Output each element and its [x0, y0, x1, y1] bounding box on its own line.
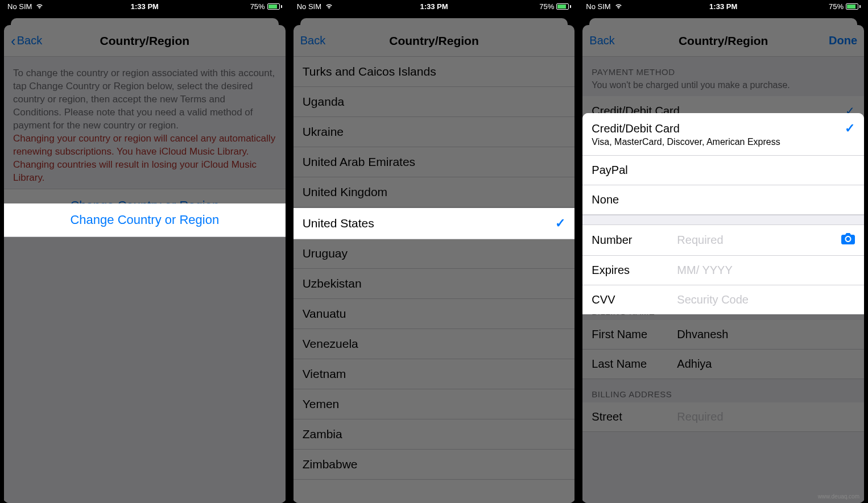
field-value: Dhvanesh	[677, 328, 728, 341]
country-name: Venezuela	[303, 337, 358, 351]
payment-option-paypal-highlight[interactable]: PayPal	[582, 156, 864, 185]
country-row[interactable]: Uganda	[294, 87, 575, 117]
phone-screen-3: No SIM 1:33 PM 75% Back Country/Region D…	[581, 0, 865, 503]
explain-body: To change the country or region associat…	[13, 68, 275, 131]
country-name: Zimbabwe	[303, 458, 358, 471]
country-name: Turks and Caicos Islands	[303, 65, 436, 78]
option-label: PayPal	[592, 164, 627, 177]
field-placeholder: Required	[677, 410, 723, 423]
field-placeholder: MM/ YYYY	[677, 264, 732, 277]
card-number-field-highlight[interactable]: Number Required	[582, 225, 864, 256]
status-time: 1:33 PM	[581, 2, 865, 11]
field-label: Expires	[592, 264, 677, 277]
phone-screen-2: No SIM 1:33 PM 75% Back Country/Region T…	[292, 0, 576, 503]
card-stack-stub	[11, 18, 279, 25]
field-label: Last Name	[592, 357, 677, 371]
watermark: www.deuaq.com	[818, 493, 859, 500]
field-placeholder: Required	[677, 234, 723, 247]
country-name: Vanuatu	[303, 307, 346, 321]
country-name: United Arab Emirates	[303, 155, 415, 169]
field-value: Adhiya	[677, 357, 712, 371]
option-subtitle: Visa, MasterCard, Discover, American Exp…	[592, 137, 855, 147]
card-stack-stub	[300, 18, 568, 25]
status-time: 1:33 PM	[3, 2, 287, 11]
phone-screen-1: No SIM 1:33 PM 75% ‹ Back Country/Region…	[3, 0, 287, 503]
country-name: Uganda	[303, 95, 345, 109]
status-time: 1:33 PM	[292, 2, 576, 11]
street-field[interactable]: Street Required	[582, 402, 864, 432]
country-name: United Kingdom	[303, 185, 387, 199]
nav-bar: Back Country/Region	[294, 25, 575, 57]
card-cvv-field-highlight[interactable]: CVV Security Code	[582, 285, 864, 314]
nav-bar: ‹ Back Country/Region	[4, 25, 286, 57]
country-row[interactable]: United Arab Emirates	[294, 147, 575, 177]
country-row[interactable]: Uruguay	[294, 239, 575, 269]
last-name-field[interactable]: Last Name Adhiya	[582, 350, 864, 379]
country-row[interactable]: Yemen	[294, 389, 575, 419]
status-bar: No SIM 1:33 PM 75%	[581, 0, 865, 13]
country-list[interactable]: Turks and Caicos IslandsUgandaUkraineUni…	[294, 57, 575, 503]
page-title: Country/Region	[294, 34, 575, 48]
country-name: Uruguay	[303, 247, 348, 260]
country-row[interactable]: Ukraine	[294, 117, 575, 147]
card-expires-field-highlight[interactable]: Expires MM/ YYYY	[582, 256, 864, 285]
checkmark-icon: ✓	[555, 216, 565, 231]
country-row[interactable]: Uzbekistan	[294, 269, 575, 299]
group-separator	[582, 215, 864, 225]
country-row-selected[interactable]: United States ✓	[294, 208, 575, 239]
option-label: None	[592, 193, 619, 206]
first-name-field[interactable]: First Name Dhvanesh	[582, 320, 864, 350]
explain-warning: Changing your country or region will can…	[13, 133, 275, 183]
content-area: To change the country or region associat…	[4, 57, 286, 503]
page-title: Country/Region	[582, 34, 864, 48]
checkmark-icon: ✓	[845, 121, 855, 136]
status-bar: No SIM 1:33 PM 75%	[292, 0, 576, 13]
payment-option-credit-highlight[interactable]: Credit/Debit Card ✓ Visa, MasterCard, Di…	[582, 113, 864, 156]
nav-bar: Back Country/Region Done	[582, 25, 864, 57]
country-row[interactable]: Venezuela	[294, 329, 575, 359]
country-name: Yemen	[303, 397, 340, 411]
billing-address-header: BILLING ADDRESS	[582, 379, 864, 402]
country-name: Zambia	[303, 427, 342, 441]
explain-text: To change the country or region associat…	[4, 57, 286, 189]
option-label: Credit/Debit Card	[592, 122, 680, 135]
country-row[interactable]: Turks and Caicos Islands	[294, 57, 575, 87]
status-bar: No SIM 1:33 PM 75%	[3, 0, 287, 13]
country-name: Uzbekistan	[303, 277, 362, 290]
payment-method-header: PAYMENT METHOD	[582, 57, 864, 80]
payment-option-none-highlight[interactable]: None	[582, 185, 864, 215]
field-label: First Name	[592, 328, 677, 341]
page-title: Country/Region	[4, 34, 286, 48]
card-stack-stub	[589, 18, 857, 25]
country-row[interactable]: Vanuatu	[294, 299, 575, 329]
field-label: Number	[592, 234, 677, 247]
field-label: Street	[592, 410, 677, 423]
country-name: United States	[303, 217, 374, 230]
field-placeholder: Security Code	[677, 293, 749, 306]
country-row[interactable]: Vietnam	[294, 359, 575, 389]
field-label: CVV	[592, 293, 677, 306]
camera-icon[interactable]	[841, 233, 855, 247]
country-row[interactable]: Zambia	[294, 419, 575, 450]
country-row[interactable]: United Kingdom	[294, 177, 575, 207]
country-name: Vietnam	[303, 367, 346, 381]
country-row[interactable]: Zimbabwe	[294, 450, 575, 480]
payment-note: You won't be charged until you make a pu…	[582, 80, 864, 96]
country-name: Ukraine	[303, 125, 344, 139]
change-country-button-highlight[interactable]: Change Country or Region	[4, 203, 286, 237]
